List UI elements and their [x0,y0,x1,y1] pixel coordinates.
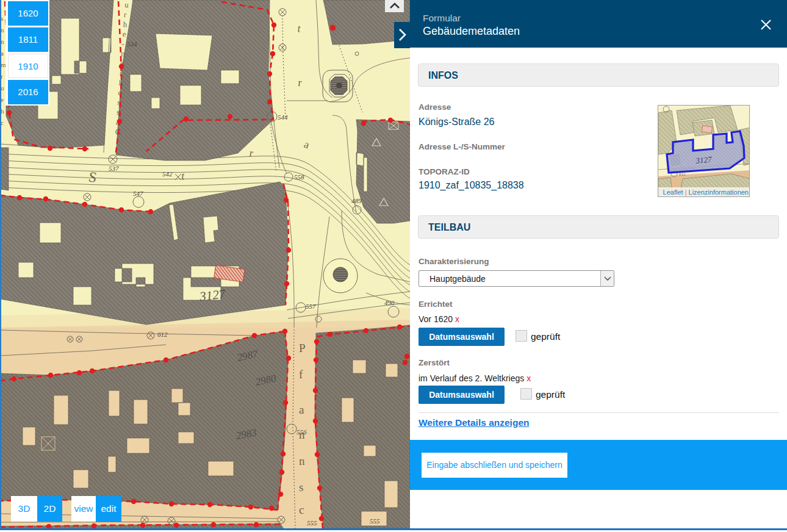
svg-text:612: 612 [157,331,168,338]
svg-text:a: a [299,403,304,416]
svg-text:547: 547 [133,190,143,197]
svg-text:c: c [299,503,304,516]
svg-text:537: 537 [109,165,119,172]
svg-text:555: 555 [307,519,317,527]
svg-text:Leaflet | Lizenzinformationen: Leaflet | Lizenzinformationen [663,189,749,196]
svg-text:s: s [299,481,303,494]
svg-text:544: 544 [278,113,288,121]
svg-text:542: 542 [162,170,173,178]
svg-text:534: 534 [127,40,137,48]
svg-text:n: n [299,455,305,467]
svg-text:489: 489 [351,197,362,204]
svg-text:555: 555 [370,517,380,525]
svg-text:496: 496 [384,299,395,306]
svg-text:3127: 3127 [695,154,713,165]
svg-text:n: n [299,428,305,441]
svg-text:558: 558 [294,173,304,181]
svg-text:f: f [299,368,303,381]
svg-text:P: P [299,342,306,354]
svg-text:3127: 3127 [198,287,227,304]
svg-text:557: 557 [306,303,316,310]
